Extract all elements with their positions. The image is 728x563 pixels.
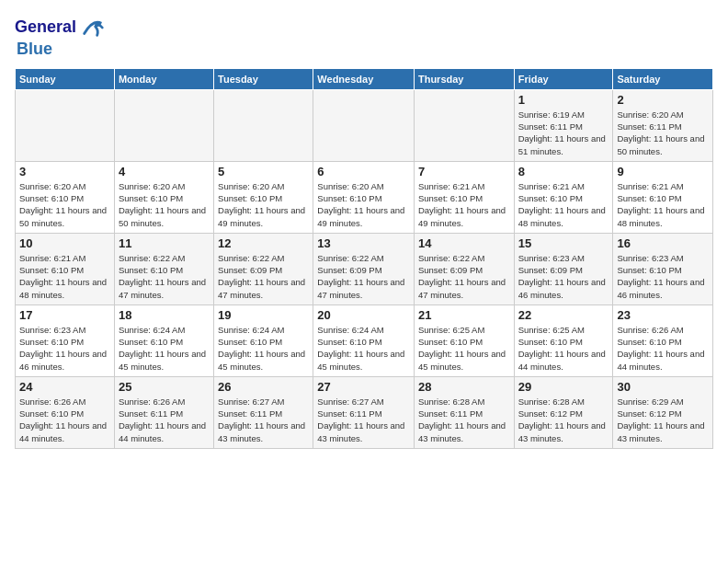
day-info: Sunrise: 6:28 AM Sunset: 6:12 PM Dayligh…: [518, 396, 609, 444]
day-info: Sunrise: 6:21 AM Sunset: 6:10 PM Dayligh…: [617, 180, 709, 229]
day-cell: 3Sunrise: 6:20 AM Sunset: 6:10 PM Daylig…: [16, 161, 115, 233]
logo-icon: [80, 15, 106, 40]
day-info: Sunrise: 6:25 AM Sunset: 6:10 PM Dayligh…: [518, 324, 609, 373]
day-cell: 27Sunrise: 6:27 AM Sunset: 6:11 PM Dayli…: [313, 376, 415, 448]
day-info: Sunrise: 6:21 AM Sunset: 6:10 PM Dayligh…: [19, 252, 110, 301]
day-cell: 2Sunrise: 6:20 AM Sunset: 6:11 PM Daylig…: [613, 89, 713, 161]
logo-blue-text: Blue: [17, 40, 52, 58]
day-cell: 24Sunrise: 6:26 AM Sunset: 6:10 PM Dayli…: [16, 376, 115, 448]
day-number: 10: [19, 236, 110, 250]
day-info: Sunrise: 6:20 AM Sunset: 6:10 PM Dayligh…: [317, 180, 410, 229]
day-info: Sunrise: 6:27 AM Sunset: 6:11 PM Dayligh…: [317, 396, 410, 444]
week-row-4: 17Sunrise: 6:23 AM Sunset: 6:10 PM Dayli…: [16, 304, 713, 376]
day-number: 4: [119, 165, 210, 178]
week-row-1: 1Sunrise: 6:19 AM Sunset: 6:11 PM Daylig…: [16, 89, 713, 161]
day-info: Sunrise: 6:25 AM Sunset: 6:10 PM Dayligh…: [418, 324, 510, 373]
day-cell: 14Sunrise: 6:22 AM Sunset: 6:09 PM Dayli…: [414, 233, 514, 304]
weekday-header-sunday: Sunday: [16, 68, 115, 89]
day-number: 13: [317, 236, 410, 250]
day-cell: 19Sunrise: 6:24 AM Sunset: 6:10 PM Dayli…: [214, 304, 313, 376]
day-number: 7: [418, 165, 510, 178]
day-number: 12: [218, 236, 309, 250]
day-info: Sunrise: 6:24 AM Sunset: 6:10 PM Dayligh…: [317, 324, 410, 373]
day-cell: 28Sunrise: 6:28 AM Sunset: 6:11 PM Dayli…: [414, 376, 514, 448]
day-info: Sunrise: 6:20 AM Sunset: 6:10 PM Dayligh…: [19, 180, 110, 229]
day-cell: 18Sunrise: 6:24 AM Sunset: 6:10 PM Dayli…: [114, 304, 213, 376]
day-info: Sunrise: 6:28 AM Sunset: 6:11 PM Dayligh…: [418, 396, 510, 444]
day-number: 18: [119, 308, 210, 322]
day-cell: 20Sunrise: 6:24 AM Sunset: 6:10 PM Dayli…: [313, 304, 415, 376]
day-info: Sunrise: 6:26 AM Sunset: 6:11 PM Dayligh…: [119, 396, 210, 444]
day-cell: 10Sunrise: 6:21 AM Sunset: 6:10 PM Dayli…: [16, 233, 115, 304]
day-number: 5: [218, 165, 309, 178]
calendar-table: SundayMondayTuesdayWednesdayThursdayFrid…: [15, 68, 713, 449]
day-number: 21: [418, 308, 510, 322]
day-number: 28: [418, 380, 510, 394]
day-cell: 11Sunrise: 6:22 AM Sunset: 6:10 PM Dayli…: [114, 233, 213, 304]
day-cell: 1Sunrise: 6:19 AM Sunset: 6:11 PM Daylig…: [514, 89, 613, 161]
day-cell: 13Sunrise: 6:22 AM Sunset: 6:09 PM Dayli…: [313, 233, 415, 304]
day-info: Sunrise: 6:20 AM Sunset: 6:11 PM Dayligh…: [617, 109, 709, 157]
weekday-header-wednesday: Wednesday: [313, 68, 415, 89]
day-cell: 29Sunrise: 6:28 AM Sunset: 6:12 PM Dayli…: [514, 376, 613, 448]
day-cell: [16, 89, 115, 161]
day-cell: 15Sunrise: 6:23 AM Sunset: 6:09 PM Dayli…: [514, 233, 613, 304]
day-number: 6: [317, 165, 410, 178]
day-cell: [414, 89, 514, 161]
day-cell: 23Sunrise: 6:26 AM Sunset: 6:10 PM Dayli…: [613, 304, 713, 376]
day-info: Sunrise: 6:24 AM Sunset: 6:10 PM Dayligh…: [119, 324, 210, 373]
week-row-3: 10Sunrise: 6:21 AM Sunset: 6:10 PM Dayli…: [16, 233, 713, 304]
day-number: 9: [617, 165, 709, 178]
day-number: 8: [518, 165, 609, 178]
day-info: Sunrise: 6:20 AM Sunset: 6:10 PM Dayligh…: [218, 180, 309, 229]
day-info: Sunrise: 6:23 AM Sunset: 6:10 PM Dayligh…: [19, 324, 110, 373]
day-info: Sunrise: 6:21 AM Sunset: 6:10 PM Dayligh…: [418, 180, 510, 229]
day-info: Sunrise: 6:21 AM Sunset: 6:10 PM Dayligh…: [518, 180, 609, 229]
day-number: 14: [418, 236, 510, 250]
week-row-2: 3Sunrise: 6:20 AM Sunset: 6:10 PM Daylig…: [16, 161, 713, 233]
day-info: Sunrise: 6:22 AM Sunset: 6:10 PM Dayligh…: [119, 252, 210, 301]
logo-text: General: [15, 18, 76, 37]
day-info: Sunrise: 6:23 AM Sunset: 6:10 PM Dayligh…: [617, 252, 709, 301]
day-cell: [114, 89, 213, 161]
day-info: Sunrise: 6:22 AM Sunset: 6:09 PM Dayligh…: [418, 252, 510, 301]
day-info: Sunrise: 6:24 AM Sunset: 6:10 PM Dayligh…: [218, 324, 309, 373]
day-number: 24: [19, 380, 110, 394]
day-number: 20: [317, 308, 410, 322]
day-number: 25: [119, 380, 210, 394]
week-row-5: 24Sunrise: 6:26 AM Sunset: 6:10 PM Dayli…: [16, 376, 713, 448]
day-cell: 17Sunrise: 6:23 AM Sunset: 6:10 PM Dayli…: [16, 304, 115, 376]
day-cell: 25Sunrise: 6:26 AM Sunset: 6:11 PM Dayli…: [114, 376, 213, 448]
day-info: Sunrise: 6:29 AM Sunset: 6:12 PM Dayligh…: [617, 396, 709, 444]
day-number: 16: [617, 236, 709, 250]
day-cell: 30Sunrise: 6:29 AM Sunset: 6:12 PM Dayli…: [613, 376, 713, 448]
day-cell: [313, 89, 415, 161]
weekday-header-thursday: Thursday: [414, 68, 514, 89]
weekday-header-monday: Monday: [114, 68, 213, 89]
day-number: 1: [518, 93, 609, 107]
day-cell: 8Sunrise: 6:21 AM Sunset: 6:10 PM Daylig…: [514, 161, 613, 233]
day-number: 29: [518, 380, 609, 394]
day-info: Sunrise: 6:20 AM Sunset: 6:10 PM Dayligh…: [119, 180, 210, 229]
day-number: 19: [218, 308, 309, 322]
day-number: 17: [19, 308, 110, 322]
day-number: 15: [518, 236, 609, 250]
day-cell: 7Sunrise: 6:21 AM Sunset: 6:10 PM Daylig…: [414, 161, 514, 233]
day-number: 22: [518, 308, 609, 322]
day-number: 27: [317, 380, 410, 394]
day-cell: 9Sunrise: 6:21 AM Sunset: 6:10 PM Daylig…: [613, 161, 713, 233]
day-cell: 6Sunrise: 6:20 AM Sunset: 6:10 PM Daylig…: [313, 161, 415, 233]
day-info: Sunrise: 6:26 AM Sunset: 6:10 PM Dayligh…: [19, 396, 110, 444]
day-number: 30: [617, 380, 709, 394]
day-info: Sunrise: 6:22 AM Sunset: 6:09 PM Dayligh…: [218, 252, 309, 301]
page-container: General Blue SundayMondayTuesdayWednesda…: [0, 0, 728, 456]
day-cell: 5Sunrise: 6:20 AM Sunset: 6:10 PM Daylig…: [214, 161, 313, 233]
day-cell: 16Sunrise: 6:23 AM Sunset: 6:10 PM Dayli…: [613, 233, 713, 304]
weekday-header-friday: Friday: [514, 68, 613, 89]
header: General Blue: [15, 15, 713, 59]
day-cell: 12Sunrise: 6:22 AM Sunset: 6:09 PM Dayli…: [214, 233, 313, 304]
day-info: Sunrise: 6:22 AM Sunset: 6:09 PM Dayligh…: [317, 252, 410, 301]
day-cell: 21Sunrise: 6:25 AM Sunset: 6:10 PM Dayli…: [414, 304, 514, 376]
weekday-header-saturday: Saturday: [613, 68, 713, 89]
day-info: Sunrise: 6:26 AM Sunset: 6:10 PM Dayligh…: [617, 324, 709, 373]
